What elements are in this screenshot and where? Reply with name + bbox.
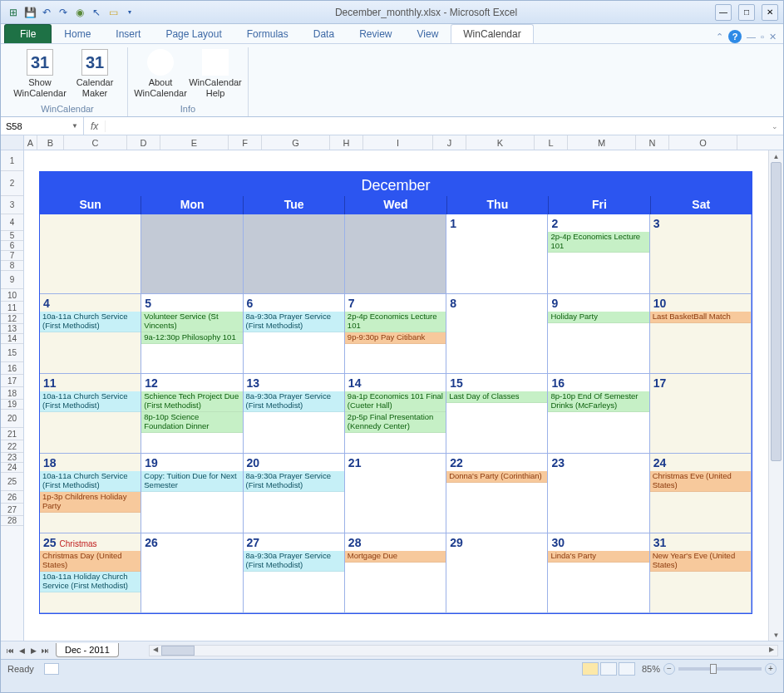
calendar-event[interactable]: 8a-9:30a Prayer Service (First Methodist… (244, 551, 344, 572)
row-header[interactable]: 23 (1, 453, 23, 463)
calendar-event[interactable]: 1p-3p Childrens Holiday Party (40, 492, 141, 513)
calendar-event[interactable]: 10a-11a Holiday Church Service (First Me… (40, 572, 141, 592)
scroll-down-icon[interactable]: ▼ (769, 629, 783, 641)
row-header[interactable]: 27 (1, 504, 23, 516)
calendar-cell[interactable]: 29 (446, 533, 548, 613)
column-header[interactable]: F (229, 135, 262, 150)
calendar-cell[interactable]: 72p-4p Economics Lecture 1019p-9:30p Pay… (345, 294, 446, 374)
calendar-event[interactable]: 10a-11a Church Service (First Methodist) (40, 391, 141, 412)
calendar-cell[interactable]: 3 (650, 214, 752, 294)
row-header[interactable]: 12 (1, 314, 23, 324)
row-header[interactable]: 14 (1, 334, 23, 344)
calendar-event[interactable]: Schience Tech Project Due (First Methodi… (141, 391, 242, 412)
horizontal-scrollbar[interactable]: ◀ ▶ (149, 645, 778, 656)
column-header[interactable]: E (160, 135, 229, 150)
expand-formula-icon[interactable]: ⌄ (767, 122, 783, 130)
workbook-close-icon[interactable]: ✕ (769, 32, 777, 42)
calendar-event[interactable]: Donna's Party (Corinthian) (446, 471, 547, 483)
tab-formulas[interactable]: Formulas (234, 24, 301, 43)
column-header[interactable]: I (363, 135, 433, 150)
tab-file[interactable]: File (4, 24, 52, 43)
row-header[interactable]: 21 (1, 428, 23, 440)
excel-icon[interactable]: ⊞ (6, 5, 21, 20)
calendar-cell[interactable]: 410a-11a Church Service (First Methodist… (40, 294, 141, 374)
calendar-cell[interactable]: 138a-9:30a Prayer Service (First Methodi… (244, 374, 345, 454)
calendar-event[interactable]: 8a-9:30a Prayer Service (First Methodist… (244, 471, 344, 492)
row-header[interactable]: 1 (1, 150, 23, 171)
row-header[interactable]: 6 (1, 241, 23, 251)
tab-wincalendar[interactable]: WinCalendar (451, 24, 533, 43)
open-icon[interactable]: ▭ (106, 5, 121, 20)
column-header[interactable]: G (262, 135, 330, 150)
calendar-cell[interactable]: 149a-1p Economics 101 Final (Cueter Hall… (345, 374, 446, 454)
calendar-cell[interactable] (141, 214, 243, 294)
undo-icon[interactable]: ↶ (39, 5, 54, 20)
column-header[interactable]: L (535, 135, 568, 150)
ribbon-collapse-icon[interactable]: ⌃ (716, 32, 723, 42)
close-button[interactable]: ✕ (762, 4, 778, 21)
calendar-cell[interactable]: 25ChristmasChristmas Day (United States)… (40, 533, 141, 613)
row-header[interactable]: 17 (1, 375, 23, 387)
scroll-thumb[interactable] (161, 646, 195, 656)
calendar-event[interactable]: Christmas Eve (United States) (650, 471, 751, 492)
column-header[interactable]: O (669, 135, 737, 150)
calendar-cell[interactable]: 30Linda's Party (548, 533, 649, 613)
column-header[interactable]: A (24, 135, 37, 150)
calendar-cell[interactable]: 15Last Day of Classes (446, 374, 548, 454)
calendar-event[interactable]: 2p-5p Final Presentation (Kennedy Center… (345, 412, 446, 433)
macro-record-icon[interactable] (44, 663, 59, 675)
maximize-button[interactable]: □ (738, 4, 755, 21)
sheet-nav-last-icon[interactable]: ⏭ (39, 644, 51, 657)
calendar-cell[interactable]: 1110a-11a Church Service (First Methodis… (40, 374, 141, 454)
name-box[interactable]: S58 ▼ (1, 117, 84, 135)
calendar-event[interactable]: 9p-9:30p Pay Citibank (345, 332, 446, 344)
sheet-nav-first-icon[interactable]: ⏮ (4, 644, 16, 657)
row-header[interactable]: 18 (1, 387, 23, 400)
column-header[interactable]: B (37, 135, 64, 150)
page-break-view-button[interactable] (619, 662, 635, 676)
fx-icon[interactable]: fx (84, 120, 106, 132)
calendar-cell[interactable]: 22Donna's Party (Corinthian) (446, 454, 548, 533)
calendar-cell[interactable]: 8 (446, 294, 548, 374)
minimize-button[interactable]: — (715, 4, 732, 21)
workbook-minimize-icon[interactable]: — (747, 32, 756, 42)
calendar-event[interactable]: Copy: Tuition Due for Next Semester (141, 471, 242, 492)
calendar-event[interactable]: 8p-10p End Of Semester Drinks (McFarleys… (548, 391, 648, 412)
row-header[interactable]: 2 (1, 171, 23, 196)
scroll-thumb[interactable] (771, 162, 782, 461)
calendar-cell[interactable] (40, 214, 141, 294)
calendar-cell[interactable]: 9Holiday Party (548, 294, 649, 374)
row-header[interactable]: 25 (1, 473, 23, 491)
cells-area[interactable]: December SunMonTueWedThuFriSat 122p-4p E… (24, 150, 783, 641)
qat-dropdown-icon[interactable]: ▾ (122, 5, 137, 20)
calendar-cell[interactable] (244, 214, 345, 294)
row-header[interactable]: 9 (1, 271, 23, 289)
calendar-event[interactable]: 8a-9:30a Prayer Service (First Methodist… (244, 312, 344, 332)
calendar-event[interactable]: 10a-11a Church Service (First Methodist) (40, 312, 141, 332)
column-header[interactable]: K (466, 135, 535, 150)
calendar-cell[interactable]: 10Last BasketBall Match (650, 294, 752, 374)
tab-insert[interactable]: Insert (103, 24, 153, 43)
calendar-cell[interactable]: 12Schience Tech Project Due (First Metho… (141, 374, 243, 454)
column-header[interactable]: C (64, 135, 127, 150)
tab-data[interactable]: Data (301, 24, 347, 43)
sheet-nav-prev-icon[interactable]: ◀ (16, 644, 27, 657)
calendar-event[interactable]: Christmas Day (United States) (40, 551, 141, 572)
row-header[interactable]: 10 (1, 289, 23, 302)
calendar-event[interactable]: 2p-4p Economics Lecture 101 (548, 232, 648, 253)
calendar-cell[interactable]: 278a-9:30a Prayer Service (First Methodi… (244, 533, 345, 613)
calendar-event[interactable]: Linda's Party (548, 551, 648, 563)
scroll-up-icon[interactable]: ▲ (769, 150, 783, 162)
sheet-tab[interactable]: Dec - 2011 (56, 643, 119, 657)
calendar-event[interactable]: 8a-9:30a Prayer Service (First Methodist… (244, 391, 344, 412)
calendar-event[interactable]: 10a-11a Church Service (First Methodist) (40, 471, 141, 492)
calendar-event[interactable]: 2p-4p Economics Lecture 101 (345, 312, 446, 332)
row-header[interactable]: 15 (1, 344, 23, 362)
zoom-knob[interactable] (710, 664, 717, 674)
sheet-nav-next-icon[interactable]: ▶ (27, 644, 39, 657)
tab-review[interactable]: Review (347, 24, 404, 43)
calendar-event[interactable]: Last BasketBall Match (650, 312, 751, 323)
calendar-cell[interactable]: 1 (446, 214, 548, 294)
calendar-event[interactable]: 9a-1p Economics 101 Final (Cueter Hall) (345, 391, 446, 412)
calendar-cell[interactable]: 21 (345, 454, 446, 533)
